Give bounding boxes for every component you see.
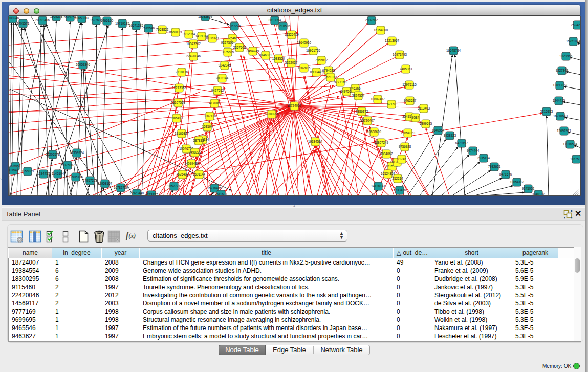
svg-text:3267130: 3267130 — [204, 114, 216, 118]
svg-text:9584: 9584 — [412, 116, 420, 119]
svg-text:9427552: 9427552 — [211, 89, 224, 92]
svg-text:91746: 91746 — [397, 157, 406, 161]
svg-text:16543362: 16543362 — [186, 42, 201, 46]
svg-text:8186328: 8186328 — [206, 36, 219, 40]
svg-text:18640910: 18640910 — [297, 41, 312, 45]
svg-text:7357224: 7357224 — [228, 24, 241, 28]
svg-text:62160: 62160 — [387, 102, 396, 106]
svg-text:9474444: 9474444 — [467, 149, 480, 152]
svg-text:1145194: 1145194 — [52, 172, 64, 176]
svg-text:10719185: 10719185 — [115, 21, 130, 25]
svg-text:387833: 387833 — [193, 139, 204, 142]
svg-text:17359924: 17359924 — [70, 151, 84, 155]
svg-text:1156829: 1156829 — [21, 169, 34, 173]
svg-text:1733426: 1733426 — [394, 188, 406, 192]
svg-text:1234757: 1234757 — [37, 172, 50, 176]
svg-text:12093872: 12093872 — [553, 83, 568, 87]
svg-text:4743957: 4743957 — [145, 193, 158, 195]
svg-text:18724007: 18724007 — [287, 104, 302, 107]
svg-text:1405571: 1405571 — [17, 21, 30, 25]
svg-text:3875685: 3875685 — [222, 50, 234, 54]
svg-text:8660123: 8660123 — [169, 30, 182, 34]
svg-text:417005: 417005 — [209, 101, 220, 105]
svg-text:12213967: 12213967 — [385, 39, 400, 42]
svg-text:16107553: 16107553 — [171, 101, 186, 104]
svg-text:10653287: 10653287 — [75, 16, 90, 20]
svg-text:6479197: 6479197 — [455, 141, 468, 145]
svg-text:16524851: 16524851 — [381, 172, 396, 176]
svg-text:16961755: 16961755 — [306, 49, 321, 52]
svg-text:7625402: 7625402 — [176, 172, 189, 176]
svg-text:19654923: 19654923 — [401, 131, 416, 135]
svg-text:9227343: 9227343 — [556, 69, 569, 72]
svg-text:10688609: 10688609 — [367, 130, 382, 134]
svg-text:1244415: 1244415 — [553, 99, 565, 102]
svg-text:9146821: 9146821 — [259, 53, 272, 57]
svg-text:16210643: 16210643 — [553, 114, 568, 118]
svg-text:0308246: 0308246 — [9, 16, 19, 20]
svg-text:7386372: 7386372 — [356, 110, 368, 113]
svg-text:9329966: 9329966 — [560, 54, 573, 58]
svg-text:746266: 746266 — [350, 86, 361, 90]
svg-text:17016504: 17016504 — [563, 142, 578, 146]
svg-text:10654112: 10654112 — [510, 180, 524, 184]
svg-text:12505135: 12505135 — [69, 175, 83, 179]
svg-text:2935114: 2935114 — [477, 156, 490, 160]
svg-text:391541: 391541 — [9, 168, 19, 172]
svg-text:6794028: 6794028 — [322, 69, 335, 72]
svg-text:7932621: 7932621 — [488, 165, 501, 168]
svg-text:1362615: 1362615 — [298, 66, 311, 70]
svg-text:11325419: 11325419 — [285, 33, 299, 36]
svg-text:7663822: 7663822 — [156, 28, 169, 31]
svg-text:3215953: 3215953 — [540, 110, 553, 113]
svg-text:9327505: 9327505 — [221, 41, 234, 45]
svg-text:3340187: 3340187 — [532, 192, 545, 195]
svg-text:9657771: 9657771 — [168, 184, 181, 188]
svg-text:9498222: 9498222 — [189, 150, 202, 154]
svg-text:12213383: 12213383 — [172, 86, 187, 90]
svg-text:20091406: 20091406 — [35, 18, 50, 22]
svg-text:3113403: 3113403 — [418, 106, 430, 110]
svg-text:7485063: 7485063 — [400, 67, 412, 71]
svg-text:6899695: 6899695 — [420, 122, 432, 125]
svg-text:7955812: 7955812 — [315, 58, 328, 62]
svg-text:12975115: 12975115 — [402, 83, 417, 86]
svg-text:16154808: 16154808 — [374, 28, 388, 32]
svg-text:9084067: 9084067 — [380, 152, 393, 156]
svg-text:15751074: 15751074 — [566, 39, 580, 43]
svg-text:20053346: 20053346 — [76, 63, 91, 67]
svg-text:1909378: 1909378 — [50, 16, 63, 18]
svg-text:15720407: 15720407 — [360, 119, 375, 122]
svg-text:8990448: 8990448 — [310, 70, 323, 74]
svg-text:6466160: 6466160 — [101, 19, 114, 23]
svg-text:153594: 153594 — [202, 125, 213, 128]
svg-text:9245052: 9245052 — [522, 187, 535, 190]
svg-text:19166827: 19166827 — [175, 132, 189, 135]
svg-text:3912954: 3912954 — [183, 32, 195, 36]
svg-text:252214: 252214 — [392, 177, 403, 180]
svg-text:9756928: 9756928 — [399, 145, 411, 148]
svg-text:16648784: 16648784 — [446, 49, 461, 52]
svg-text:1588520: 1588520 — [272, 57, 285, 60]
svg-text:5322037: 5322037 — [285, 61, 298, 64]
svg-text:16671385: 16671385 — [129, 24, 144, 27]
svg-text:2718176: 2718176 — [176, 70, 188, 74]
svg-text:10973493: 10973493 — [393, 53, 407, 56]
svg-text:10607487: 10607487 — [371, 97, 385, 101]
svg-text:14136141: 14136141 — [371, 184, 386, 188]
svg-text:15716485: 15716485 — [207, 186, 222, 190]
svg-text:8471676: 8471676 — [499, 172, 512, 176]
svg-text:17957225: 17957225 — [83, 179, 98, 182]
svg-text:19958107: 19958107 — [98, 182, 113, 185]
svg-text:12923448: 12923448 — [129, 191, 144, 195]
svg-text:8813054: 8813054 — [269, 18, 281, 22]
svg-text:2524273: 2524273 — [571, 23, 580, 27]
svg-text:8454749: 8454749 — [247, 49, 259, 53]
svg-text:23975867: 23975867 — [60, 163, 75, 167]
svg-text:2803144: 2803144 — [216, 76, 229, 80]
svg-text:8938923: 8938923 — [444, 134, 456, 137]
svg-text:1640954: 1640954 — [432, 128, 445, 132]
svg-text:7515546: 7515546 — [142, 26, 155, 30]
svg-text:3824554: 3824554 — [352, 94, 365, 97]
svg-text:14099489: 14099489 — [184, 162, 199, 165]
